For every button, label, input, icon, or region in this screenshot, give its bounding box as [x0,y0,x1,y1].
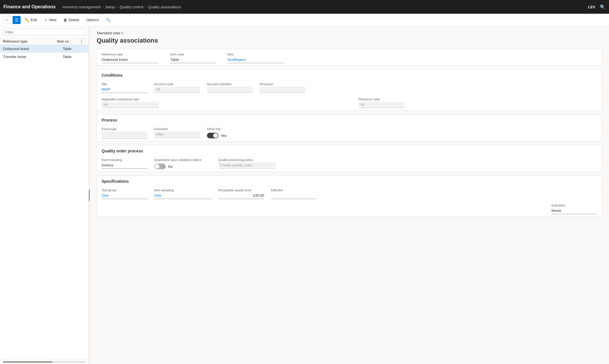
edit-button[interactable]: ✏️ Edit [22,17,40,23]
resource-code-label: Resource code [359,98,404,101]
reference-type-field: Reference type Outbound ticket [102,53,159,63]
search-icon[interactable]: 🔍 [600,4,606,10]
delete-button[interactable]: 🗑 Delete [60,17,82,23]
conditions-row-2: Applicable warehouse type All Resource c… [97,95,602,110]
quality-processing-field: Quality processing policy Create quality… [218,158,276,169]
show-info-toggle-label: Yes [221,134,227,138]
sidebar-list: Outbound ticket Table Transfer ticket Ta… [0,45,88,360]
show-info-toggle[interactable] [207,133,218,138]
event-type-field: Event type [102,127,147,139]
toolbar: ← ☰ ✏️ Edit ＋ New 🗑 Delete Options 🔍 [0,14,609,26]
resource-field: Resource [260,82,305,93]
delete-label: Delete [68,18,79,22]
item-sampling-value[interactable]: One [154,193,211,199]
test-group-label: Test group [102,188,147,192]
test-group-field: Test group One [102,188,147,199]
view-selector-label: Standard view [97,31,120,35]
site-label: Site [102,82,147,86]
scrollbar-track [3,361,86,363]
breadcrumb-sep-2: › [117,5,118,9]
test-group-value[interactable]: One [102,193,147,199]
reference-type-value: Outbound ticket [102,57,159,63]
acceptable-quality-value: 100.00 [218,193,264,199]
search-button[interactable]: 🔍 [103,17,113,23]
view-selector[interactable]: Standard view ∨ [97,31,602,35]
toolbar-search-icon: 🔍 [106,18,110,22]
app-title: Finance and Operations [3,4,56,9]
specifications-row-1: Test group One Item sampling One Accepta… [97,186,602,201]
sidebar-header: Reference type Item co ⋮ [0,38,88,45]
quality-order-process-header: Quality order process [97,145,602,156]
delete-icon: 🗑 [63,18,67,22]
process-row: Event type Execution After Show info Yes [97,125,602,141]
content-area: Standard view ∨ Quality associations Ref… [90,26,609,364]
back-icon: ← [5,18,9,22]
breadcrumb-item-2[interactable]: Setup [105,5,115,9]
sidebar-item-outbound[interactable]: Outbound ticket Table [0,45,88,53]
show-info-field: Show info Yes [207,127,247,139]
page-title: Quality associations [97,37,602,44]
edit-icon: ✏️ [25,18,29,22]
expiration-value: Never [551,208,597,214]
event-blocking-label: Event blocking [102,158,147,162]
new-label: New [49,18,56,22]
applicable-warehouse-value: All [102,102,159,108]
account-selection-field: Account selection [207,82,253,93]
item-code-label: Item code [170,53,216,56]
new-icon: ＋ [44,17,48,23]
specifications-section: Specifications Test group One Item sampl… [97,175,602,217]
effective-label: Effective [271,188,317,192]
breadcrumb-sep-1: › [102,5,103,9]
item-sampling-field: Item sampling One [154,188,211,199]
sidebar-filter-area [0,26,88,38]
item-field: Item Sunflowers [228,53,285,63]
item-label: Item [228,53,285,56]
edit-label: Edit [31,18,37,22]
breadcrumb-item-3[interactable]: Quality control [120,5,143,9]
resource-value [260,87,305,93]
back-button[interactable]: ← [3,16,11,24]
breadcrumb: Inventory management › Setup › Quality c… [62,5,588,9]
filter-input[interactable] [3,29,86,36]
quality-processing-label: Quality processing policy [218,158,276,162]
effective-value [271,193,317,199]
quality-order-process-section: Quality order process Event blocking Inv… [97,145,602,172]
process-header: Process [97,114,602,125]
quality-order-process-row: Event blocking Invoice Quarantine upon v… [97,156,602,172]
applicable-warehouse-field: Applicable warehouse type All [102,98,159,108]
site-value[interactable]: WHP [102,87,147,93]
acceptable-quality-label: Acceptable quality level [218,188,264,192]
sidebar-item-outbound-label: Outbound ticket [3,47,63,51]
quarantine-toggle[interactable] [154,164,166,169]
sidebar-item-transfer-label: Transfer ticket [3,55,63,59]
quarantine-toggle-label: No [168,164,173,169]
event-blocking-value: Invoice [102,162,147,169]
grid-button[interactable]: ☰ [13,16,21,24]
expiration-label: Expiration [551,204,597,207]
new-button[interactable]: ＋ New [41,16,59,24]
event-type-label: Event type [102,127,147,131]
item-value[interactable]: Sunflowers [228,57,285,63]
effective-field: Effective [271,188,317,199]
conditions-row-1: Site WHP Account code All Account select… [97,80,602,95]
process-section: Process Event type Execution After Show … [97,114,602,142]
sidebar-col1-header: Reference type [3,39,57,43]
sidebar-item-transfer-code: Table [63,55,86,59]
site-field: Site WHP [102,82,147,93]
sidebar-item-transfer[interactable]: Transfer ticket Table [0,53,88,61]
top-nav: Finance and Operations Inventory managem… [0,0,609,14]
breadcrumb-item-1[interactable]: Inventory management [62,5,100,9]
options-button[interactable]: Options [83,17,102,23]
breadcrumb-item-4[interactable]: Quality associations [148,5,181,9]
chevron-down-icon: ∨ [121,31,123,35]
sidebar-scrollbar[interactable] [0,360,88,364]
item-sampling-label: Item sampling [154,188,211,192]
specifications-header: Specifications [97,176,602,186]
quality-processing-value: Create quality order [218,162,276,169]
item-code-field: Item code Table [170,53,216,63]
account-code-label: Account code [154,82,200,86]
top-nav-right: LEV 🔍 [588,4,606,10]
sidebar-col-more-icon[interactable]: ⋮ [80,39,86,43]
specifications-row-2: Expiration Never [97,201,602,216]
quarantine-field: Quarantine upon validation failure No [154,158,211,169]
